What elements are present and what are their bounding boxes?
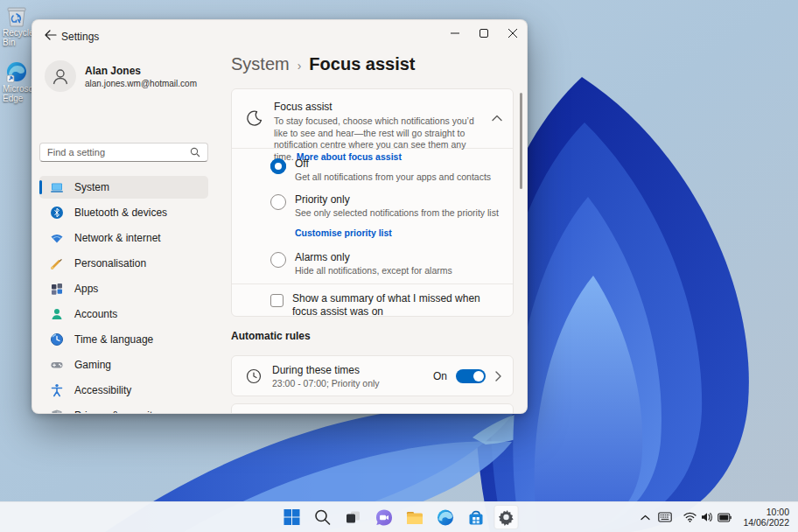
option-description: See only selected notifications from the… [295,207,499,218]
system-tray: 10:00 14/06/2022 [640,502,793,532]
nav-item-gaming[interactable]: Gaming [39,354,208,376]
person-icon [50,307,64,321]
start-button[interactable] [280,505,304,529]
nav-label: System [74,181,109,193]
search-box[interactable] [39,143,208,162]
nav-label: Gaming [74,359,111,371]
rule-subtitle: 23:00 - 07:00; Priority only [272,378,433,388]
rule-toggle[interactable] [456,369,486,383]
tray-chevron-button[interactable] [640,514,650,521]
file-explorer-icon [405,508,424,527]
sidebar: Alan Jones alan.jones.wm@hotmail.com [32,52,223,413]
window-title: Settings [61,31,99,43]
rule-during-these-times[interactable]: During these times 23:00 - 07:00; Priori… [231,355,514,396]
edge-button[interactable] [433,505,458,529]
search-icon [314,508,332,526]
nav-item-accounts[interactable]: Accounts [39,303,208,326]
rule-when-duplicating-display[interactable]: When I’m duplicating my display [231,403,514,414]
clock-icon [246,368,262,384]
nav-label: Privacy & security [74,410,158,414]
wifi-icon [50,231,64,245]
task-view-icon [345,508,362,526]
touch-keyboard-button[interactable] [658,512,672,522]
focus-assist-description: To stay focused, choose which notificati… [274,116,488,163]
nav-item-accessibility[interactable]: Accessibility [39,379,208,402]
taskbar-clock[interactable]: 10:00 14/06/2022 [743,507,793,528]
focus-assist-expander-header[interactable]: Focus assist To stay focused, choose whi… [232,89,513,148]
wifi-icon [683,512,696,522]
desktop-icon-recycle-bin[interactable]: Recycle Bin [0,5,35,47]
profile-email: alan.jones.wm@hotmail.com [85,79,197,88]
taskbar: 10:00 14/06/2022 [0,501,798,532]
minimize-button[interactable] [440,20,469,46]
chevron-up-icon [640,514,650,521]
bluetooth-icon [50,206,64,220]
option-label: Priority only [295,193,499,206]
chat-button[interactable] [372,505,396,529]
minimize-icon [451,29,459,38]
focus-assist-card: Focus assist To stay focused, choose whi… [231,88,514,317]
file-explorer-button[interactable] [402,505,427,529]
option-description: Hide all notifications, except for alarm… [295,265,452,276]
maximize-button[interactable] [469,20,498,46]
settings-button[interactable] [494,505,519,529]
titlebar[interactable]: Settings [32,20,527,52]
apps-grid-icon [50,282,64,296]
person-avatar-icon [51,66,70,86]
desktop-icon-microsoft-edge[interactable]: Microsoft Edge [0,61,35,103]
search-input[interactable] [47,147,190,158]
clock-globe-icon [50,332,64,346]
nav-label: Bluetooth & devices [74,206,167,219]
automatic-rules-heading: Automatic rules [231,330,311,342]
profile-card[interactable]: Alan Jones alan.jones.wm@hotmail.com [45,60,197,92]
customise-priority-list-link[interactable]: Customise priority list [295,228,392,238]
page-title: Focus assist [309,54,415,74]
shield-icon [50,409,64,414]
gamepad-icon [50,358,64,372]
nav-item-system[interactable]: System [39,176,208,199]
desktop: Recycle Bin Microsoft Edge Settings [0,0,798,532]
checkbox-unchecked-icon[interactable] [270,294,284,307]
radio-option-priority-only[interactable]: Priority only See only selected notifica… [270,193,502,240]
back-button[interactable] [38,23,64,47]
taskbar-search-button[interactable] [311,505,335,529]
scrollbar[interactable] [520,93,522,189]
recycle-bin-icon [5,5,28,28]
nav-item-apps[interactable]: Apps [39,277,208,300]
radio-option-alarms-only[interactable]: Alarms only Hide all notifications, exce… [270,251,502,276]
rule-title: During these times [272,364,433,376]
radio-unselected-icon[interactable] [270,194,286,210]
rule-title: When I’m duplicating my display [270,411,501,414]
option-label: Alarms only [295,251,452,263]
breadcrumb: System › Focus assist [231,54,416,74]
summary-checkbox-row[interactable]: Show a summary of what I missed when foc… [232,284,513,318]
clock-date: 14/06/2022 [743,517,789,528]
nav-label: Personalisation [74,257,146,270]
nav-label: Accounts [74,308,117,320]
nav-item-network-internet[interactable]: Network & internet [39,227,208,249]
nav-item-time-language[interactable]: Time & language [39,328,208,351]
nav-label: Network & internet [74,232,161,244]
focus-assist-title: Focus assist [274,101,488,113]
quick-settings-group[interactable] [680,509,735,525]
system-laptop-icon [50,180,64,194]
close-button[interactable] [498,20,527,46]
nav-item-privacy-security[interactable]: Privacy & security [39,404,208,414]
clock-time: 10:00 [743,507,789,517]
store-icon [466,508,485,527]
toggle-knob [473,371,484,382]
radio-selected-icon[interactable] [270,158,286,174]
moon-icon [246,109,263,127]
microsoft-store-button[interactable] [464,505,488,529]
chevron-up-icon[interactable] [492,115,502,122]
radio-option-off[interactable]: Off Get all notifications from your apps… [270,158,502,182]
radio-unselected-icon[interactable] [270,252,286,268]
task-view-button[interactable] [341,505,366,529]
close-icon [508,29,517,38]
back-arrow-icon [45,30,57,40]
nav-item-personalisation[interactable]: Personalisation [39,252,208,275]
settings-window: Settings [32,19,528,414]
nav-label: Apps [74,283,98,295]
nav-item-bluetooth-devices[interactable]: Bluetooth & devices [39,201,208,224]
breadcrumb-system[interactable]: System [231,54,290,74]
